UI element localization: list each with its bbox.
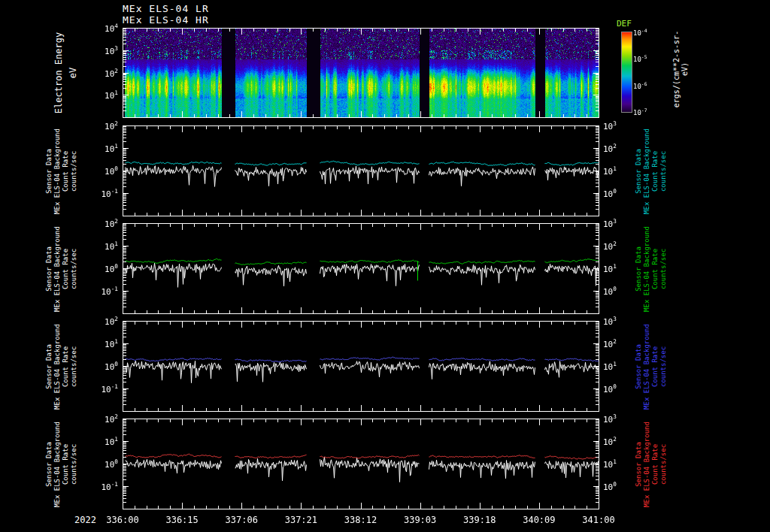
left-axis-tick-label: 100 <box>85 165 118 177</box>
colorbar-tick-label: 10-6 <box>633 81 663 90</box>
x-axis-year-label: 2022 <box>53 515 96 525</box>
panel-left-axis-title: Sensor Data MEx ELS-04 Background Count … <box>45 226 78 312</box>
count-rate-panel-green <box>123 223 599 314</box>
panel-left-axis-title: Sensor Data MEx ELS-04 Background Count … <box>45 128 78 214</box>
colorbar-tick-label: 10-4 <box>633 28 663 37</box>
left-axis-tick-label: 101 <box>85 143 118 154</box>
right-axis-tick-label: 101 <box>603 458 636 470</box>
spectrogram-summary-plot: MEx ELS-04 LR MEx ELS-04 HR Electron Ene… <box>0 0 770 532</box>
electron-energy-spectrogram <box>123 28 599 118</box>
right-axis-tick-label: 102 <box>603 143 636 154</box>
left-axis-tick-label: 102 <box>85 218 118 229</box>
left-axis-tick-label: 10-1 <box>85 383 118 394</box>
left-axis-tick-label: 100 <box>85 361 118 372</box>
right-axis-tick-label: 103 <box>603 218 636 229</box>
left-axis-tick-label: 102 <box>85 316 118 327</box>
panel-left-axis-title: Sensor Data MEx ELS-04 Background Count … <box>45 324 78 410</box>
right-axis-tick-label: 100 <box>603 188 636 199</box>
x-axis-tick-label: 336:15 <box>156 515 208 525</box>
left-axis-tick-label: 10-1 <box>85 188 118 199</box>
panel-right-axis-title: Sensor Data MEx ELS-04 Background Count … <box>635 324 668 410</box>
spectrogram-y-tick-label: 103 <box>85 45 118 56</box>
x-axis-tick-label: 340:09 <box>514 515 565 525</box>
x-axis-tick-label: 341:00 <box>573 515 624 525</box>
right-axis-tick-label: 103 <box>603 413 636 425</box>
plot-title-line2: MEx ELS-04 HR <box>123 14 209 26</box>
left-axis-tick-label: 100 <box>85 458 118 470</box>
spectrogram-y-tick-label: 102 <box>85 68 118 79</box>
x-axis-tick-label: 339:18 <box>454 515 505 525</box>
left-axis-tick-label: 10-1 <box>85 481 118 492</box>
count-rate-panel-cyan <box>123 125 599 216</box>
spectrogram-y-axis-title: Electron Energy eV <box>52 32 80 113</box>
right-axis-tick-label: 100 <box>603 383 636 394</box>
colorbar <box>621 32 632 113</box>
right-axis-tick-label: 100 <box>603 286 636 297</box>
right-axis-tick-label: 102 <box>603 338 636 349</box>
left-axis-tick-label: 100 <box>85 263 118 274</box>
plot-title-line1: MEx ELS-04 LR <box>123 3 209 14</box>
colorbar-tick-label: 10-5 <box>633 54 663 63</box>
right-axis-tick-label: 101 <box>603 165 636 177</box>
x-axis-tick-label: 336:00 <box>97 515 148 525</box>
left-axis-tick-label: 10-1 <box>85 286 118 297</box>
panel-right-axis-title: Sensor Data MEx ELS-04 Background Count … <box>635 422 668 507</box>
right-axis-tick-label: 100 <box>603 481 636 492</box>
left-axis-tick-label: 101 <box>85 436 118 447</box>
spectrogram-y-tick-label: 101 <box>85 89 118 101</box>
left-axis-tick-label: 101 <box>85 240 118 252</box>
x-axis-tick-label: 337:06 <box>216 515 267 525</box>
x-axis-tick-label: 337:21 <box>275 515 326 525</box>
right-axis-tick-label: 102 <box>603 436 636 447</box>
right-axis-tick-label: 103 <box>603 316 636 327</box>
spectrogram-y-tick-label: 104 <box>85 23 118 34</box>
colorbar-tick-label: 10-7 <box>633 107 663 116</box>
left-axis-tick-label: 101 <box>85 338 118 349</box>
left-axis-tick-label: 102 <box>85 120 118 131</box>
right-axis-tick-label: 102 <box>603 240 636 252</box>
right-axis-tick-label: 103 <box>603 120 636 131</box>
panel-right-axis-title: Sensor Data MEx ELS-04 Background Count … <box>635 226 668 312</box>
panel-right-axis-title: Sensor Data MEx ELS-04 Background Count … <box>635 128 668 214</box>
right-axis-tick-label: 101 <box>603 263 636 274</box>
left-axis-tick-label: 102 <box>85 413 118 425</box>
count-rate-panel-blue <box>123 321 599 412</box>
x-axis-tick-label: 338:12 <box>335 515 387 525</box>
count-rate-panel-red <box>123 419 599 509</box>
colorbar-units-label: ergs/(cm**2-s-sr-eV) <box>672 25 689 114</box>
right-axis-tick-label: 101 <box>603 361 636 372</box>
colorbar-title: DEF <box>617 19 632 29</box>
x-axis-tick-label: 339:03 <box>395 515 446 525</box>
panel-left-axis-title: Sensor Data MEx ELS-04 Background Count … <box>45 422 78 507</box>
